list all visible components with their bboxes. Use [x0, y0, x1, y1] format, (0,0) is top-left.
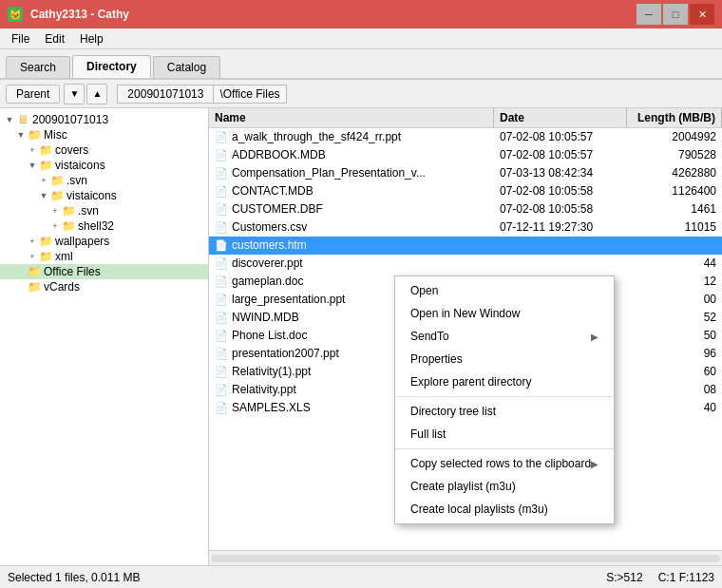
tree-item-root[interactable]: ▼ 🖥 200901071013	[0, 112, 208, 127]
maximize-button[interactable]: □	[663, 4, 688, 25]
tree-toggle[interactable]: ▼	[38, 191, 49, 200]
menu-edit[interactable]: Edit	[37, 30, 72, 47]
file-icon: 📄	[215, 402, 228, 414]
ctx-properties[interactable]: Properties	[395, 348, 614, 370]
col-header-length[interactable]: Length (MB/B)	[627, 108, 722, 127]
menu-help[interactable]: Help	[72, 30, 111, 47]
file-length: 96	[627, 346, 722, 361]
file-length: 60	[627, 364, 722, 379]
ctx-explore-parent[interactable]: Explore parent directory	[395, 370, 614, 393]
tree-item-xml[interactable]: + 📁 xml	[0, 249, 208, 264]
parent-button[interactable]: Parent	[6, 85, 60, 104]
tree-item-wallpapers[interactable]: + 📁 wallpapers	[0, 234, 208, 249]
ctx-create-playlist[interactable]: Create playlist (m3u)	[395, 475, 614, 498]
tree-item-svn1[interactable]: + 📁 .svn	[0, 173, 208, 188]
file-name: 📄discoverer.ppt	[209, 256, 494, 271]
tree-toggle[interactable]: +	[38, 176, 49, 185]
folder-icon: 📁	[61, 219, 76, 233]
tree-item-vistaicons1[interactable]: ▼ 📁 vistaicons	[0, 158, 208, 173]
folder-icon: 📁	[38, 159, 53, 172]
file-length: 4262880	[627, 165, 722, 180]
file-row[interactable]: 📄Compensation_Plan_Presentation_v... 07-…	[209, 164, 722, 182]
ctx-dir-tree-list[interactable]: Directory tree list	[395, 400, 614, 423]
context-menu: Open Open in New Window SendTo ▶ Propert…	[394, 275, 615, 524]
file-date: 07-03-13 08:42:34	[494, 165, 627, 180]
nav-down-button[interactable]: ▼	[64, 84, 85, 104]
minimize-button[interactable]: ─	[636, 4, 661, 25]
col-header-date[interactable]: Date	[494, 108, 627, 127]
file-row[interactable]: 📄ADDRBOOK.MDB 07-02-08 10:05:57 790528	[209, 146, 722, 164]
file-length	[627, 244, 722, 246]
file-icon: 📄	[215, 312, 228, 324]
ctx-open-new-window-label: Open in New Window	[410, 307, 520, 320]
ctx-copy-rows-arrow: ▶	[591, 459, 598, 469]
ctx-full-list[interactable]: Full list	[395, 423, 614, 446]
folder-icon: 📁	[49, 174, 65, 187]
tree-label: covers	[55, 143, 88, 157]
tree-item-vcards[interactable]: 📁 vCards	[0, 279, 208, 294]
statusbar: Selected 1 files, 0.011 MB S:>512 C:1 F:…	[0, 565, 722, 588]
file-row[interactable]: 📄CONTACT.MDB 07-02-08 10:05:58 1126400	[209, 182, 722, 200]
ctx-open[interactable]: Open	[395, 279, 614, 302]
folder-icon: 📁	[27, 265, 42, 278]
tree-toggle[interactable]: +	[27, 145, 38, 155]
ctx-open-new-window[interactable]: Open in New Window	[395, 302, 614, 325]
tree-item-officefiles[interactable]: 📁 Office Files	[0, 264, 208, 279]
file-icon: 📄	[215, 294, 228, 306]
file-icon: 📄	[215, 131, 228, 143]
col-header-name[interactable]: Name	[209, 108, 494, 127]
file-row[interactable]: 📄CUSTOMER.DBF 07-02-08 10:05:58 1461	[209, 200, 722, 218]
tree-toggle[interactable]: +	[27, 237, 38, 246]
tab-catalog[interactable]: Catalog	[153, 56, 220, 78]
statusbar-left: Selected 1 files, 0.011 MB	[8, 571, 140, 584]
tree-item-shell32[interactable]: + 📁 shell32	[0, 218, 208, 234]
ctx-separator-1	[395, 396, 614, 397]
tab-directory[interactable]: Directory	[72, 55, 151, 78]
tree-item-vistaicons2[interactable]: ▼ 📁 vistaicons	[0, 188, 208, 203]
tree-item-misc[interactable]: ▼ 📁 Misc	[0, 127, 208, 142]
nav-up-button[interactable]: ▲	[86, 84, 107, 104]
file-row-selected[interactable]: 📄customers.htm	[209, 237, 722, 255]
folder-icon: 🖥	[15, 113, 30, 126]
file-row[interactable]: 📄Customers.csv 07-12-11 19:27:30 11015	[209, 218, 722, 237]
ctx-sendto[interactable]: SendTo ▶	[395, 325, 614, 348]
file-length: 12	[627, 274, 722, 289]
file-length: 52	[627, 310, 722, 325]
tree-toggle[interactable]: +	[27, 252, 38, 261]
window-title: Cathy2313 - Cathy	[30, 8, 129, 21]
ctx-copy-rows[interactable]: Copy selected rows to the clipboard ▶	[395, 452, 614, 475]
file-length: 1461	[627, 201, 722, 217]
tree-item-svn2[interactable]: + 📁 .svn	[0, 203, 208, 218]
file-date	[494, 262, 627, 264]
tree-item-covers[interactable]: + 📁 covers	[0, 142, 208, 158]
horizontal-scrollbar[interactable]	[209, 550, 722, 565]
file-icon: 📄	[215, 239, 228, 252]
tree-toggle[interactable]: ▼	[15, 130, 27, 140]
tree-panel[interactable]: ▼ 🖥 200901071013 ▼ 📁 Misc + 📁 covers ▼ 📁…	[0, 108, 209, 565]
tabbar: Search Directory Catalog	[0, 49, 722, 80]
ctx-sendto-label: SendTo	[410, 330, 449, 343]
ctx-separator-2	[395, 448, 614, 449]
ctx-create-local-playlists[interactable]: Create local playlists (m3u)	[395, 498, 614, 521]
file-icon: 📄	[215, 185, 228, 198]
folder-icon: 📁	[61, 204, 76, 218]
close-button[interactable]: ✕	[690, 4, 714, 25]
file-length: 44	[627, 256, 722, 271]
file-date: 07-02-08 10:05:58	[494, 183, 627, 199]
file-row[interactable]: 📄discoverer.ppt 44	[209, 255, 722, 273]
file-row[interactable]: 📄a_walk_through_the_sf424_rr.ppt 07-02-0…	[209, 128, 722, 146]
folder-icon: 📁	[38, 250, 53, 263]
menu-file[interactable]: File	[4, 30, 37, 47]
tree-toggle[interactable]: ▼	[4, 115, 15, 124]
tree-label: vistaicons	[66, 189, 117, 202]
file-length: 1126400	[627, 183, 722, 199]
tree-toggle[interactable]: +	[49, 221, 61, 231]
ctx-sendto-arrow: ▶	[591, 332, 598, 342]
folder-icon: 📁	[27, 128, 42, 142]
file-length: 2004992	[627, 129, 722, 144]
folder-icon: 📁	[49, 189, 65, 202]
file-icon: 📄	[215, 348, 228, 360]
tree-toggle[interactable]: ▼	[27, 161, 38, 170]
tree-toggle[interactable]: +	[49, 206, 61, 216]
tab-search[interactable]: Search	[6, 56, 70, 78]
